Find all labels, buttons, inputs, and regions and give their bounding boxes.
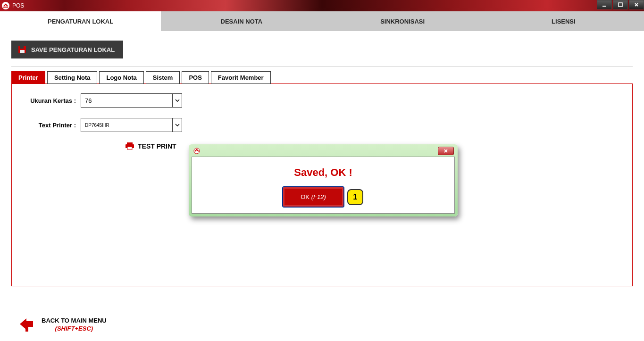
svg-rect-5	[20, 50, 25, 53]
back-arrow-icon	[19, 316, 36, 333]
app-title: POS	[12, 2, 24, 9]
main-tab-desain-nota[interactable]: DESAIN NOTA	[161, 11, 322, 31]
save-pengaturan-lokal-button[interactable]: SAVE PENGATURAN LOKAL	[11, 41, 123, 58]
text-printer-dropdown-button[interactable]	[172, 118, 182, 132]
print-icon	[125, 142, 134, 150]
separator	[11, 66, 633, 67]
sub-tab-favorit-member[interactable]: Favorit Member	[211, 71, 271, 84]
ukuran-kertas-dropdown-button[interactable]	[172, 94, 182, 107]
app-icon	[2, 2, 9, 9]
back-to-main-label: BACK TO MAIN MENU	[42, 317, 107, 325]
text-printer-input[interactable]	[81, 118, 172, 132]
main-tab-pengaturan-lokal[interactable]: PENGATURAN LOKAL	[0, 11, 161, 31]
step-badge: 1	[347, 189, 363, 205]
svg-rect-4	[20, 46, 24, 49]
chevron-down-icon	[175, 124, 180, 126]
sub-tabs: Printer Setting Nota Logo Nota Sistem PO…	[11, 71, 633, 84]
svg-rect-9	[25, 326, 28, 332]
svg-rect-0	[3, 7, 8, 8]
test-print-button[interactable]: TEST PRINT	[125, 142, 176, 150]
test-print-label: TEST PRINT	[138, 142, 176, 150]
svg-rect-8	[127, 147, 132, 150]
svg-rect-2	[619, 3, 622, 7]
ok-button-shortcut: (F12)	[311, 193, 326, 200]
dialog-ok-button[interactable]: OK (F12)	[283, 187, 343, 207]
window-maximize-button[interactable]	[613, 0, 628, 9]
close-icon	[443, 149, 448, 153]
main-tab-sinkronisasi[interactable]: SINKRONISASI	[322, 11, 483, 31]
main-tab-lisensi[interactable]: LISENSI	[483, 11, 644, 31]
text-printer-label: Text Printer :	[19, 122, 76, 129]
sub-tab-logo-nota[interactable]: Logo Nota	[99, 71, 143, 84]
text-printer-combobox[interactable]	[81, 118, 182, 132]
dialog-close-button[interactable]	[438, 147, 454, 155]
saved-dialog: Saved, OK ! OK (F12) 1	[189, 144, 458, 216]
sub-tab-sistem[interactable]: Sistem	[146, 71, 180, 84]
window-minimize-button[interactable]	[597, 0, 612, 9]
dialog-app-icon	[193, 148, 200, 154]
svg-rect-6	[127, 142, 133, 144]
chevron-down-icon	[175, 99, 180, 102]
main-tabs: PENGATURAN LOKAL DESAIN NOTA SINKRONISAS…	[0, 11, 644, 31]
ukuran-kertas-input[interactable]	[81, 94, 172, 107]
back-to-main-menu-button[interactable]: BACK TO MAIN MENU (SHIFT+ESC)	[19, 316, 107, 333]
ukuran-kertas-label: Ukuran Kertas :	[19, 97, 76, 104]
ukuran-kertas-combobox[interactable]	[81, 93, 182, 108]
save-icon	[18, 45, 26, 54]
ok-button-label: OK	[301, 193, 309, 200]
sub-tab-printer[interactable]: Printer	[11, 71, 45, 84]
sub-tab-pos[interactable]: POS	[182, 71, 209, 84]
save-button-label: SAVE PENGATURAN LOKAL	[31, 46, 115, 53]
window-close-button[interactable]	[629, 0, 644, 9]
dialog-message: Saved, OK !	[197, 166, 450, 179]
svg-rect-1	[602, 6, 606, 7]
back-to-main-shortcut: (SHIFT+ESC)	[42, 325, 107, 333]
app-titlebar: POS	[0, 0, 644, 11]
sub-tab-setting-nota[interactable]: Setting Nota	[47, 71, 98, 84]
